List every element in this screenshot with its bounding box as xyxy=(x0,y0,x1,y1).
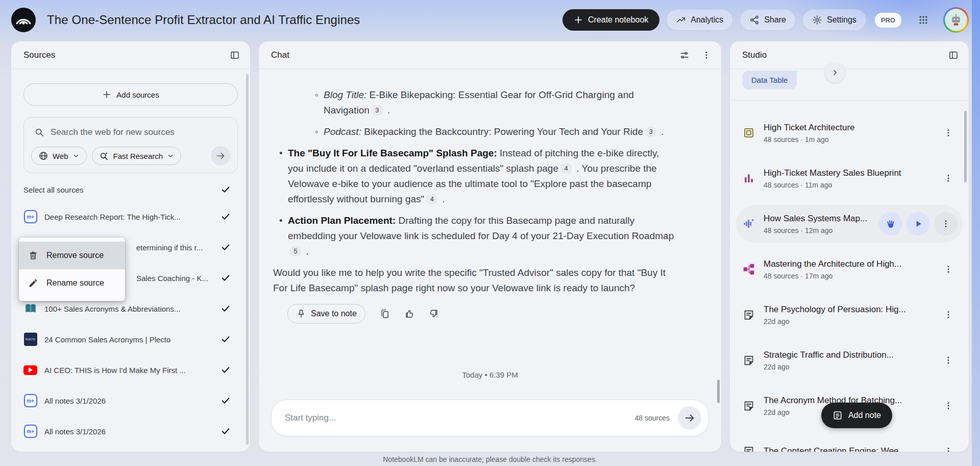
avatar-image xyxy=(945,9,967,31)
chat-sub-bullet: ◦Blog Title: E-Bike Bikepacking: Essenti… xyxy=(315,87,676,118)
search-submit-button[interactable] xyxy=(211,146,230,166)
bullet-marker: • xyxy=(279,213,288,259)
studio-item-texts: How Sales Systems Map...48 sources · 12m… xyxy=(764,214,867,235)
add-note-button[interactable]: Add note xyxy=(821,403,892,428)
doc-icon xyxy=(742,445,755,452)
create-notebook-button[interactable]: Create notebook xyxy=(562,9,659,31)
select-all-row: Select all sources xyxy=(23,184,238,195)
source-checkbox[interactable] xyxy=(220,273,231,283)
studio-item-menu-button[interactable] xyxy=(939,169,958,188)
wave-hand-icon xyxy=(885,218,896,229)
source-checkbox[interactable] xyxy=(220,395,231,406)
frame-icon xyxy=(742,126,755,139)
play-button[interactable] xyxy=(906,212,930,236)
remove-source-menu-item[interactable]: Remove source xyxy=(19,242,125,269)
research-mode-chip[interactable]: Fast Research xyxy=(92,147,182,165)
studio-item-menu-button[interactable] xyxy=(939,351,958,369)
pro-badge: PRO xyxy=(875,13,901,28)
thumbs-down-icon[interactable] xyxy=(429,309,439,319)
source-checkbox[interactable] xyxy=(220,304,231,314)
sources-collapse-button[interactable] xyxy=(230,50,240,60)
citation-chip[interactable]: 5 xyxy=(290,246,301,257)
studio-item-row[interactable]: How Sales Systems Map...48 sources · 12m… xyxy=(736,205,963,243)
source-row[interactable]: m+All notes 3/1/2026 xyxy=(11,385,250,416)
rename-source-menu-item[interactable]: Rename source xyxy=(19,269,125,297)
studio-item-menu-button[interactable] xyxy=(939,260,958,278)
studio-item-row[interactable]: Strategic Traffic and Distribution...22d… xyxy=(736,341,963,379)
share-icon xyxy=(749,15,760,25)
chat-more-menu-icon[interactable] xyxy=(702,51,711,60)
source-row[interactable]: m+Deep Research Report: The High-Tick... xyxy=(11,201,250,232)
source-checkbox[interactable] xyxy=(220,212,231,222)
studio-item-menu-button[interactable] xyxy=(939,124,958,142)
plus-icon xyxy=(574,15,583,25)
share-button[interactable]: Share xyxy=(740,9,796,31)
chat-input-box[interactable]: Start typing... 48 sources xyxy=(271,400,709,436)
citation-chip[interactable]: 3 xyxy=(645,127,656,137)
source-row[interactable]: m+All notes 3/1/2026 xyxy=(11,416,250,447)
save-to-note-button[interactable]: Save to note xyxy=(287,304,365,323)
source-title: Deep Research Report: The High-Tick... xyxy=(44,213,181,221)
chat-scrollbar[interactable] xyxy=(717,380,720,403)
studio-item-menu-button[interactable] xyxy=(939,397,958,415)
studio-item-title: The Content Creation Engine: Wee... xyxy=(764,446,905,452)
chat-panel-title: Chat xyxy=(271,50,289,60)
studio-item-row[interactable]: Mastering the Architecture of High...48 … xyxy=(736,250,963,288)
send-button[interactable] xyxy=(678,406,701,430)
analytics-button[interactable]: Analytics xyxy=(666,9,733,31)
citation-chip[interactable]: 4 xyxy=(560,164,572,174)
bullet-marker: • xyxy=(279,146,288,207)
chat-settings-icon[interactable] xyxy=(679,50,690,60)
studio-item-menu-button[interactable] xyxy=(939,306,958,324)
source-row[interactable]: AI CEO: THIS is How I'd Make My First ..… xyxy=(11,355,250,385)
copy-icon[interactable] xyxy=(380,309,390,319)
bullet-lead: Action Plan Placement: xyxy=(288,215,396,226)
web-search-box: Search the web for new sources Web Fast … xyxy=(23,117,238,173)
settings-button[interactable]: Settings xyxy=(802,9,866,31)
search-input[interactable]: Search the web for new sources xyxy=(31,124,230,141)
source-checkbox[interactable] xyxy=(220,426,231,436)
studio-panel: Studio Data Table High Ticket Architectu… xyxy=(730,41,969,452)
google-apps-button[interactable] xyxy=(913,10,934,30)
studio-item-title: How Sales Systems Map... xyxy=(764,214,867,224)
add-sources-button[interactable]: Add sources xyxy=(23,83,238,106)
studio-item-menu-button[interactable] xyxy=(939,442,958,452)
kebab-icon xyxy=(941,219,950,228)
source-checkbox[interactable] xyxy=(220,334,231,344)
chat-response-actions: Save to note xyxy=(287,304,676,323)
search-icon xyxy=(34,127,44,137)
studio-item-row[interactable]: The Content Creation Engine: Wee... xyxy=(736,432,963,452)
source-row[interactable]: PLECTO24 Common Sales Acronyms | Plecto xyxy=(11,324,250,355)
citation-chip[interactable]: 4 xyxy=(426,194,437,204)
source-checkbox[interactable] xyxy=(220,365,231,375)
thumbs-up-icon[interactable] xyxy=(404,309,414,319)
chat-panel: Chat ◦Blog Title: E-Bike Bikepacking: Es… xyxy=(259,41,721,452)
notebook-title[interactable]: The One-Sentence Profit Extractor and AI… xyxy=(47,13,360,27)
source-title: Sales Coaching - K... xyxy=(136,274,208,283)
studio-expand-button[interactable] xyxy=(825,62,845,83)
studio-collapse-button[interactable] xyxy=(948,50,959,60)
studio-item-row[interactable]: High Ticket Architecture48 sources · 1m … xyxy=(736,114,963,152)
chat-blocks: ◦Blog Title: E-Bike Bikepacking: Essenti… xyxy=(273,87,676,259)
chat-source-count: 48 sources xyxy=(635,414,670,422)
play-icon xyxy=(913,219,923,229)
robot-avatar-icon xyxy=(948,12,964,28)
studio-item-row[interactable]: The Psychology of Persuasion: Hig...22d … xyxy=(736,296,963,334)
select-all-checkbox[interactable] xyxy=(220,184,231,195)
studio-item-row[interactable]: High-Ticket Mastery Sales Blueprint48 so… xyxy=(736,159,963,197)
web-filter-chip[interactable]: Web xyxy=(31,147,87,165)
chat-bullet: •The "Buy It For Life Basecamp" Splash P… xyxy=(279,146,676,207)
account-avatar[interactable] xyxy=(943,7,969,33)
notebooklm-logo-icon[interactable] xyxy=(11,8,36,32)
studio-item-menu-button[interactable] xyxy=(934,212,958,236)
studio-scrollbar[interactable] xyxy=(964,111,967,182)
source-context-menu: Remove source Rename source xyxy=(19,238,125,301)
studio-item-texts: Mastering the Architecture of High...48 … xyxy=(764,259,901,280)
chat-message: ◦Blog Title: E-Bike Bikepacking: Essenti… xyxy=(259,69,721,323)
gear-icon xyxy=(812,15,822,25)
interactive-mode-button[interactable] xyxy=(879,212,902,236)
source-checkbox[interactable] xyxy=(220,242,231,252)
sources-scrollbar[interactable] xyxy=(246,74,249,445)
citation-chip[interactable]: 3 xyxy=(372,105,383,115)
data-table-chip[interactable]: Data Table xyxy=(742,71,797,89)
